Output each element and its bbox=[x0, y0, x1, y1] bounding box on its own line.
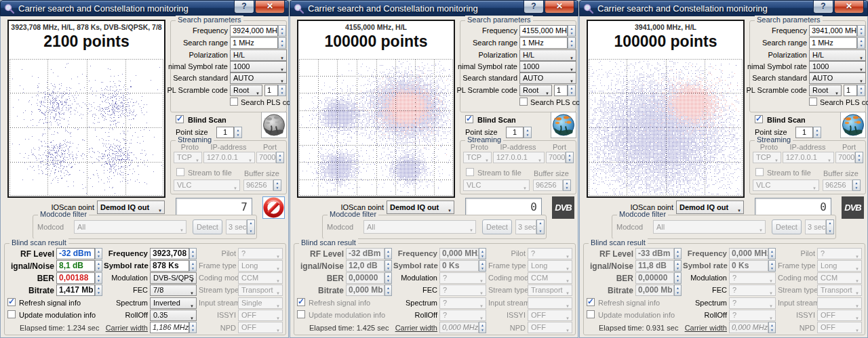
frame-type-dropdown[interactable]: Long bbox=[528, 260, 572, 272]
update-modulation-info-checkbox[interactable] bbox=[297, 310, 305, 318]
symbol-rate-spinner[interactable] bbox=[768, 260, 776, 272]
detect-interval-input[interactable]: 3 sec bbox=[515, 219, 536, 234]
detect-interval-spinner[interactable] bbox=[826, 219, 834, 234]
spectrum-dropdown[interactable]: Inverted bbox=[150, 297, 197, 309]
minimal-symbol-rate-dropdown[interactable]: 1000 bbox=[230, 61, 287, 72]
carrier-width-link[interactable]: Carrier width bbox=[98, 324, 148, 332]
pl-scramble-value-input[interactable]: 1 bbox=[554, 85, 568, 96]
stream-to-file-checkbox[interactable] bbox=[755, 168, 764, 176]
titlebar[interactable]: Carrier search and Constellation monitor… bbox=[290, 0, 578, 16]
result-frequency-value[interactable]: 0,000 MHz bbox=[439, 248, 479, 259]
signal-noise-spinner[interactable] bbox=[384, 260, 392, 272]
spectrum-dropdown[interactable]: ? bbox=[439, 297, 486, 309]
symbol-rate-value[interactable]: 0 Ks bbox=[439, 260, 479, 272]
update-modulation-info-checkbox[interactable] bbox=[587, 310, 595, 318]
modcode-dropdown[interactable]: All bbox=[74, 220, 186, 234]
frequency-spinner[interactable] bbox=[568, 25, 576, 37]
fec-dropdown[interactable]: ? bbox=[729, 284, 776, 296]
carrier-width-value[interactable]: 1,186 MHz bbox=[150, 322, 189, 333]
bitrate-value[interactable]: 0,000 Mb bbox=[346, 284, 384, 296]
rf-level-value[interactable]: -33 dBm bbox=[635, 248, 674, 259]
titlebar[interactable]: Carrier search and Constellation monitor… bbox=[0, 0, 289, 16]
fec-dropdown[interactable]: ? bbox=[439, 284, 486, 296]
ip-address-dropdown[interactable]: 127.0.0.1 bbox=[493, 152, 545, 163]
search-range-spinner[interactable] bbox=[278, 37, 286, 49]
search-pls-checkbox[interactable] bbox=[519, 98, 528, 106]
pl-scramble-value-input[interactable]: 1 bbox=[844, 85, 857, 96]
result-frequency-spinner[interactable] bbox=[768, 248, 776, 259]
npd-dropdown[interactable]: OFF bbox=[238, 322, 283, 333]
stream-type-dropdown[interactable]: Transport bbox=[238, 284, 283, 296]
detect-button[interactable]: Detect bbox=[482, 219, 512, 234]
pl-scramble-spinner[interactable] bbox=[857, 85, 865, 96]
search-range-spinner[interactable] bbox=[568, 37, 576, 49]
rf-level-spinner[interactable] bbox=[384, 248, 392, 259]
bitrate-spinner[interactable] bbox=[95, 284, 102, 296]
pl-scramble-root-dropdown[interactable]: Root bbox=[809, 85, 842, 96]
modulation-dropdown[interactable]: DVB-S/QPS bbox=[150, 272, 197, 284]
result-frequency-spinner[interactable] bbox=[479, 248, 486, 259]
point-size-input[interactable]: 1 bbox=[216, 127, 234, 138]
symbol-rate-spinner[interactable] bbox=[189, 260, 197, 272]
symbol-rate-value[interactable]: 878 Ks bbox=[150, 260, 189, 272]
point-size-input[interactable]: 1 bbox=[506, 127, 524, 138]
refresh-signal-info-checkbox[interactable] bbox=[7, 298, 16, 306]
close-button[interactable]: ✕ bbox=[255, 1, 285, 14]
pl-scramble-value-input[interactable]: 1 bbox=[264, 85, 278, 96]
ber-spinner[interactable] bbox=[674, 272, 682, 284]
pl-scramble-spinner[interactable] bbox=[278, 85, 286, 96]
issyi-dropdown[interactable]: OFF bbox=[238, 310, 283, 321]
point-size-spinner[interactable] bbox=[813, 127, 821, 138]
signal-noise-value[interactable]: 11,8 dB bbox=[635, 260, 674, 272]
proto-dropdown[interactable]: TCP bbox=[174, 152, 202, 163]
npd-dropdown[interactable]: OFF bbox=[528, 322, 572, 333]
coding-mode-dropdown[interactable]: CCM bbox=[238, 272, 283, 284]
stream-type-dropdown[interactable]: Transport bbox=[528, 284, 572, 296]
blind-scan-checkbox[interactable] bbox=[176, 115, 184, 123]
polarization-dropdown[interactable]: H/L bbox=[230, 49, 287, 61]
ip-address-dropdown[interactable]: 127.0.0.1 bbox=[203, 152, 255, 163]
point-size-spinner[interactable] bbox=[524, 127, 532, 138]
refresh-signal-info-checkbox[interactable] bbox=[297, 298, 305, 306]
signal-noise-value[interactable]: 8,1 dB bbox=[56, 260, 95, 272]
ber-value[interactable]: 0,00000 bbox=[346, 272, 384, 284]
rolloff-dropdown[interactable]: 0.35 bbox=[150, 310, 197, 321]
close-button[interactable]: ✕ bbox=[834, 1, 864, 14]
frame-type-dropdown[interactable]: Long bbox=[817, 260, 862, 272]
modulation-dropdown[interactable]: ? bbox=[729, 272, 776, 284]
rf-level-spinner[interactable] bbox=[95, 248, 102, 259]
proto-dropdown[interactable]: TCP bbox=[753, 152, 781, 163]
help-button[interactable]: ? bbox=[813, 1, 833, 14]
port-input[interactable]: 7000 bbox=[546, 152, 566, 163]
coding-mode-dropdown[interactable]: CCM bbox=[817, 272, 862, 284]
minimal-symbol-rate-dropdown[interactable]: 1000 bbox=[519, 61, 576, 72]
search-standard-dropdown[interactable]: AUTO bbox=[519, 72, 576, 84]
pl-scramble-root-dropdown[interactable]: Root bbox=[519, 85, 552, 96]
input-stream-dropdown[interactable]: Single bbox=[238, 297, 283, 309]
symbol-rate-spinner[interactable] bbox=[479, 260, 486, 272]
carrier-width-value[interactable]: 0,000 MHz bbox=[729, 322, 768, 333]
refresh-signal-info-checkbox[interactable] bbox=[587, 298, 595, 306]
ber-value[interactable]: 0,00000 bbox=[635, 272, 674, 284]
search-standard-dropdown[interactable]: AUTO bbox=[809, 72, 866, 84]
detect-interval-input[interactable]: 3 sec bbox=[805, 219, 826, 234]
bitrate-value[interactable]: 0,000 Mb bbox=[635, 284, 674, 296]
modcode-dropdown[interactable]: All bbox=[653, 220, 766, 234]
search-range-input[interactable]: 1 MHz bbox=[809, 37, 857, 49]
polarization-dropdown[interactable]: H/L bbox=[809, 49, 866, 61]
signal-noise-spinner[interactable] bbox=[95, 260, 102, 272]
iqscan-point-dropdown[interactable]: Demod IQ out bbox=[97, 200, 165, 214]
frequency-input[interactable]: 3941,000 MHz bbox=[809, 25, 857, 37]
search-range-spinner[interactable] bbox=[857, 37, 865, 49]
carrier-width-link[interactable]: Carrier width bbox=[388, 324, 437, 332]
signal-noise-spinner[interactable] bbox=[674, 260, 682, 272]
frame-type-dropdown[interactable]: Long bbox=[238, 260, 283, 272]
buffer-size-spinner[interactable] bbox=[852, 179, 861, 191]
frequency-spinner[interactable] bbox=[857, 25, 865, 37]
proto-dropdown[interactable]: TCP bbox=[463, 152, 492, 163]
frequency-spinner[interactable] bbox=[278, 25, 286, 37]
input-stream-dropdown[interactable] bbox=[817, 297, 862, 309]
ip-address-dropdown[interactable]: 127.0.0.1 bbox=[783, 152, 834, 163]
player-dropdown[interactable]: VLC bbox=[174, 179, 240, 191]
carrier-width-spinner[interactable] bbox=[479, 322, 486, 333]
